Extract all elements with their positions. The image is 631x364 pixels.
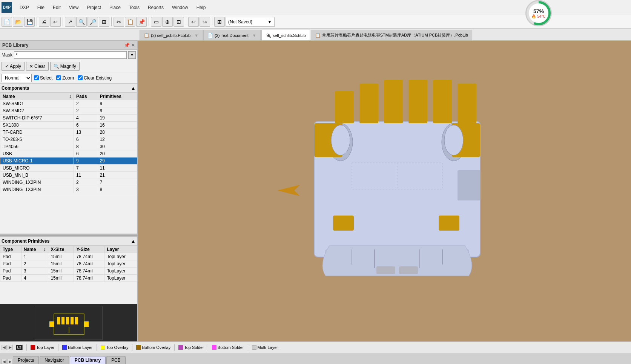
prim-col-xsize[interactable]: X-Size: [48, 246, 74, 253]
table-row[interactable]: USB_MNI_B 11 21: [0, 172, 137, 179]
tab-textdoc-dropdown[interactable]: ▼: [252, 33, 256, 38]
layer-bottom-solder[interactable]: Bottom Solder: [210, 344, 246, 350]
layer-top-solder[interactable]: Top Solder: [176, 344, 206, 350]
toolbar-redo-btn[interactable]: ↪: [200, 17, 210, 27]
close-panel-icon[interactable]: ✕: [131, 43, 135, 48]
layer-top[interactable]: Top Layer: [28, 344, 57, 350]
menu-place[interactable]: Place: [106, 3, 124, 12]
tab-pcblib-close[interactable]: ▼: [194, 33, 198, 38]
menu-view[interactable]: View: [65, 3, 83, 12]
tab-common[interactable]: 📋 常用芯片表贴芯片表贴电阻电容STM封装库AD库（ATIUM PCB封装库）.…: [311, 30, 472, 40]
layer-bottom[interactable]: Bottom Layer: [60, 344, 95, 350]
table-row[interactable]: SWITCH-DIP-6*6*7 4 19: [0, 115, 137, 122]
layer-top-overlay[interactable]: Top Overlay: [98, 344, 131, 350]
toolbar-cut-btn[interactable]: ✂: [114, 17, 124, 27]
apply-button[interactable]: ✓ Apply: [2, 62, 25, 71]
prim-col-ysize[interactable]: Y-Size: [74, 246, 104, 253]
toolbar-save-btn[interactable]: 💾: [24, 17, 35, 27]
zoom-checkbox[interactable]: Zoom: [56, 75, 74, 81]
normal-select[interactable]: Normal Masked Dimmed: [2, 74, 32, 82]
nav-tab-pcb[interactable]: PCB: [106, 356, 126, 364]
svg-rect-2: [57, 317, 60, 324]
col-pads[interactable]: Pads: [74, 93, 97, 100]
tab-schlib[interactable]: 🔌 self_schlib.SchLib: [261, 30, 310, 40]
menu-file[interactable]: File: [34, 3, 48, 12]
comp-primitives: 9: [97, 100, 137, 107]
layer-scroll-right[interactable]: ▶: [8, 345, 13, 350]
zoom-checkbox-input[interactable]: [56, 75, 61, 80]
pcb-view[interactable]: [138, 41, 631, 341]
toolbar-zoom-out-btn[interactable]: 🔎: [88, 17, 98, 27]
table-row[interactable]: TP4056 8 30: [0, 143, 137, 150]
comp-primitives: 7: [97, 179, 137, 186]
comp-pads: 9: [74, 158, 97, 165]
primitives-table-scroll[interactable]: Type Name ↕ X-Size Y-Size Layer Pad 1 15…: [0, 246, 137, 304]
table-row[interactable]: SX1308 6 16: [0, 122, 137, 129]
table-row[interactable]: WINDING_1X3PIN 3 8: [0, 186, 137, 193]
toolbar-bus-btn[interactable]: ⊡: [173, 17, 184, 27]
menu-window[interactable]: Window: [168, 3, 192, 12]
toolbar-undo2-btn[interactable]: ↩: [188, 17, 199, 27]
toolbar-zoom-in-btn[interactable]: 🔍: [76, 17, 87, 27]
table-row[interactable]: TO-263-5 6 12: [0, 136, 137, 143]
tab-pcblib[interactable]: 📋 (2) self_pcblib.PcbLib ▼: [140, 30, 203, 40]
table-row[interactable]: USB 6 20: [0, 150, 137, 158]
layer-bottom-overlay[interactable]: Bottom Overlay: [134, 344, 173, 350]
components-table-scroll[interactable]: Name ↕ Pads Primitives SW-SMD1 2 9 SW-SM…: [0, 93, 137, 234]
table-row[interactable]: USB-MICRO-1 9 29: [0, 158, 137, 165]
prim-col-name[interactable]: Name ↕: [21, 246, 48, 253]
menu-project[interactable]: Project: [83, 3, 105, 12]
col-name[interactable]: Name ↕: [0, 93, 74, 100]
menu-tools[interactable]: Tools: [125, 3, 143, 12]
toolbar-rect-btn[interactable]: ▭: [151, 17, 161, 27]
menu-edit[interactable]: Edit: [49, 3, 64, 12]
table-row[interactable]: SW-SMD2 2 9: [0, 107, 137, 115]
nav-tab-projects[interactable]: Projects: [13, 356, 39, 364]
toolbar-select-btn[interactable]: ↗: [65, 17, 75, 27]
select-checkbox[interactable]: Select: [34, 75, 52, 81]
prim-col-type[interactable]: Type: [0, 246, 21, 253]
toolbar-copy-btn[interactable]: 📋: [125, 17, 135, 27]
table-row[interactable]: Pad 3 15mil 78.74mil TopLayer: [0, 268, 137, 275]
select-checkbox-input[interactable]: [34, 75, 39, 80]
toolbar-notsaved-dropdown[interactable]: (Not Saved) ▼: [226, 17, 275, 27]
table-row[interactable]: TF-CARD 13 28: [0, 129, 137, 136]
layer-multi[interactable]: Multi-Layer: [250, 344, 280, 350]
primitives-expand-icon[interactable]: ▲: [130, 238, 136, 244]
toolbar-wire-btn[interactable]: ⊕: [162, 17, 173, 27]
menu-help[interactable]: Help: [193, 3, 210, 12]
col-primitives[interactable]: Primitives: [97, 93, 137, 100]
table-row[interactable]: Pad 1 15mil 78.74mil TopLayer: [0, 253, 137, 260]
pin-icon[interactable]: 📌: [124, 43, 130, 48]
layer-scroll-left[interactable]: ◀: [2, 345, 7, 350]
clear-existing-checkbox[interactable]: Clear Existing: [78, 75, 112, 81]
nav-scroll-right[interactable]: ▶: [8, 359, 13, 364]
tab-textdoc[interactable]: 📄 (2) Text Document ▼: [203, 30, 261, 40]
table-row[interactable]: Pad 2 15mil 78.74mil TopLayer: [0, 260, 137, 268]
menu-reports[interactable]: Reports: [144, 3, 167, 12]
mask-input[interactable]: [14, 51, 127, 59]
nav-tab-navigator[interactable]: Navigator: [40, 356, 69, 364]
mask-dropdown-arrow[interactable]: ▼: [128, 51, 136, 59]
toolbar-print-btn[interactable]: 🖨: [39, 17, 49, 27]
layer-ls[interactable]: LS: [14, 344, 25, 351]
clear-button[interactable]: ✕ Clear: [26, 62, 49, 71]
table-row[interactable]: Pad 4 15mil 78.74mil TopLayer: [0, 275, 137, 282]
nav-scroll-left[interactable]: ◀: [2, 359, 7, 364]
menu-dxp[interactable]: DXP: [16, 3, 33, 12]
clear-existing-input[interactable]: [78, 75, 83, 80]
components-expand-icon[interactable]: ▲: [130, 85, 136, 91]
toolbar-new-btn[interactable]: 📄: [2, 17, 12, 27]
toolbar-paste-btn[interactable]: 📌: [136, 17, 147, 27]
toolbar-grid-btn[interactable]: ⊞: [214, 17, 225, 27]
magnify-button[interactable]: 🔍 Magnify: [50, 62, 80, 71]
toolbar-undo-btn[interactable]: ↩: [50, 17, 61, 27]
nav-tab-pcblibrary[interactable]: PCB Library: [70, 356, 106, 364]
table-row[interactable]: USB_MICRO 7 11: [0, 165, 137, 172]
toolbar-open-btn[interactable]: 📂: [13, 17, 23, 27]
table-row[interactable]: WINDING_1X2PIN 2 7: [0, 179, 137, 186]
prim-col-layer[interactable]: Layer: [104, 246, 137, 253]
comp-primitives: 8: [97, 186, 137, 193]
table-row[interactable]: SW-SMD1 2 9: [0, 100, 137, 107]
toolbar-zoom-fit-btn[interactable]: ⊞: [99, 17, 109, 27]
